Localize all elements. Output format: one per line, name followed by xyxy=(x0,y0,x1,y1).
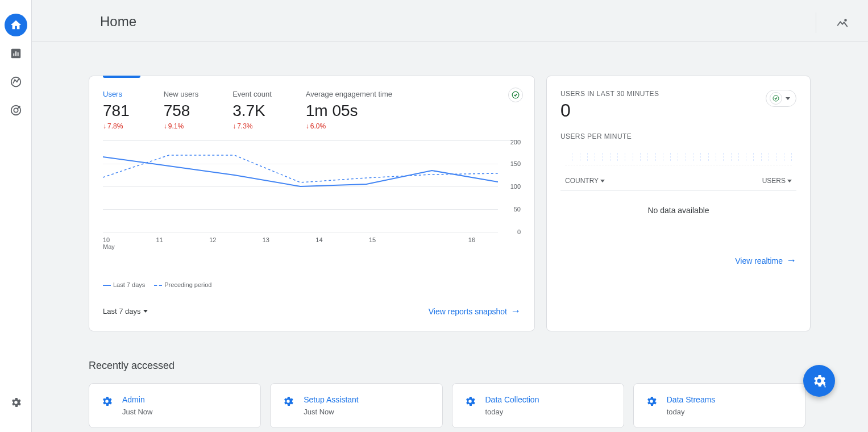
svg-rect-3 xyxy=(17,52,18,56)
insights-icon xyxy=(836,16,849,29)
recent-card-data-streams[interactable]: Data Streamstoday xyxy=(633,383,805,428)
gear-icon xyxy=(101,395,113,408)
country-column[interactable]: COUNTRY xyxy=(565,177,605,185)
active-tab-indicator xyxy=(103,76,140,78)
fab-setup[interactable] xyxy=(803,365,835,397)
recently-accessed-row: AdminJust Now Setup AssistantJust Now Da… xyxy=(89,383,805,428)
metric-new-users[interactable]: New users 758 ↓9.1% xyxy=(164,90,198,130)
insights-button[interactable] xyxy=(816,13,852,33)
svg-rect-1 xyxy=(13,53,14,56)
users-column[interactable]: USERS xyxy=(762,177,792,185)
sidebar xyxy=(0,0,32,432)
line-chart-svg xyxy=(103,141,498,233)
gear-icon xyxy=(645,395,658,408)
reports-icon xyxy=(10,47,22,60)
recent-card-data-collection[interactable]: Data Collectiontoday xyxy=(452,383,624,428)
metric-event-count[interactable]: Event count 3.7K ↓7.3% xyxy=(232,90,272,130)
nav-explore[interactable] xyxy=(5,70,27,93)
view-realtime-link[interactable]: View realtime→ xyxy=(735,255,796,267)
recent-card-setup[interactable]: Setup AssistantJust Now xyxy=(270,383,442,428)
nav-home[interactable] xyxy=(5,14,27,36)
gear-icon xyxy=(282,395,294,408)
target-icon xyxy=(10,104,22,117)
realtime-card: USERS IN LAST 30 MINUTES 0 USERS PER MIN… xyxy=(546,76,811,331)
metric-users[interactable]: Users 781 ↓7.8% xyxy=(103,90,130,130)
recently-accessed-heading: Recently accessed xyxy=(89,360,805,372)
chart-legend: Last 7 days Preceding period xyxy=(103,281,521,288)
realtime-users-label: USERS IN LAST 30 MINUTES xyxy=(560,90,659,98)
page-header: Home xyxy=(32,0,868,41)
check-icon xyxy=(773,95,779,102)
recent-card-admin[interactable]: AdminJust Now xyxy=(89,383,261,428)
svg-point-11 xyxy=(824,386,825,387)
realtime-table-header: COUNTRY USERS xyxy=(560,177,796,191)
no-data-message: No data available xyxy=(560,191,796,255)
gear-icon xyxy=(10,396,22,409)
check-icon xyxy=(512,91,520,99)
realtime-users-value: 0 xyxy=(560,100,659,121)
users-per-minute-label: USERS PER MINUTE xyxy=(560,132,796,140)
gear-icon xyxy=(464,395,476,408)
metrics-row: Users 781 ↓7.8% New users 758 ↓9.1% Even… xyxy=(103,90,521,130)
users-per-minute-chart xyxy=(565,148,792,165)
metric-engagement[interactable]: Average engagement time 1m 05s ↓6.0% xyxy=(306,90,392,130)
status-badge[interactable] xyxy=(508,88,523,102)
view-reports-link[interactable]: View reports snapshot→ xyxy=(429,305,521,317)
realtime-status-pill[interactable] xyxy=(766,90,796,107)
nav-reports[interactable] xyxy=(5,42,27,65)
gear-sparkle-icon xyxy=(811,373,827,389)
svg-point-10 xyxy=(824,384,826,386)
explore-icon xyxy=(10,76,22,88)
home-icon xyxy=(10,19,22,31)
svg-point-7 xyxy=(845,19,846,21)
date-range-selector[interactable]: Last 7 days xyxy=(103,307,148,315)
svg-rect-2 xyxy=(15,51,16,56)
svg-point-4 xyxy=(11,77,20,87)
users-chart: 200 150 100 50 0 1011121314151 xyxy=(103,140,521,248)
nav-advertising[interactable] xyxy=(5,99,27,122)
metrics-card: Users 781 ↓7.8% New users 758 ↓9.1% Even… xyxy=(89,76,535,331)
nav-admin[interactable] xyxy=(5,391,27,414)
page-title: Home xyxy=(100,14,838,30)
x-axis: 10111213141516 xyxy=(103,236,498,243)
